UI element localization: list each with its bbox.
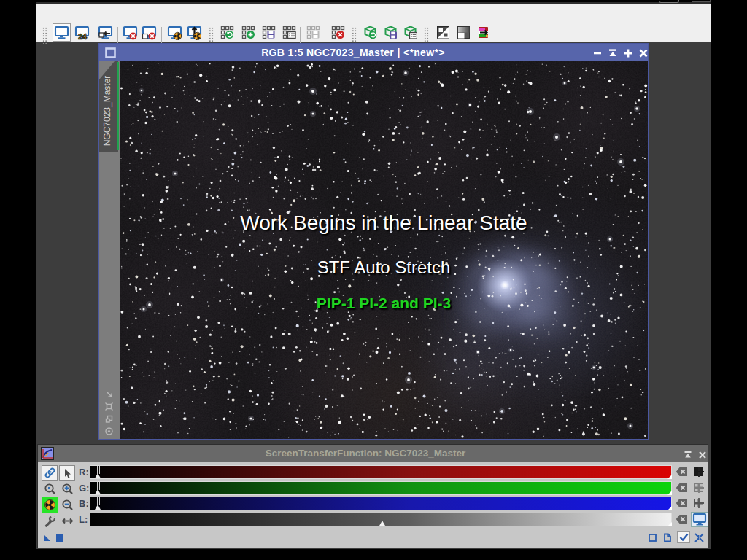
svg-text:24: 24 — [78, 32, 88, 40]
